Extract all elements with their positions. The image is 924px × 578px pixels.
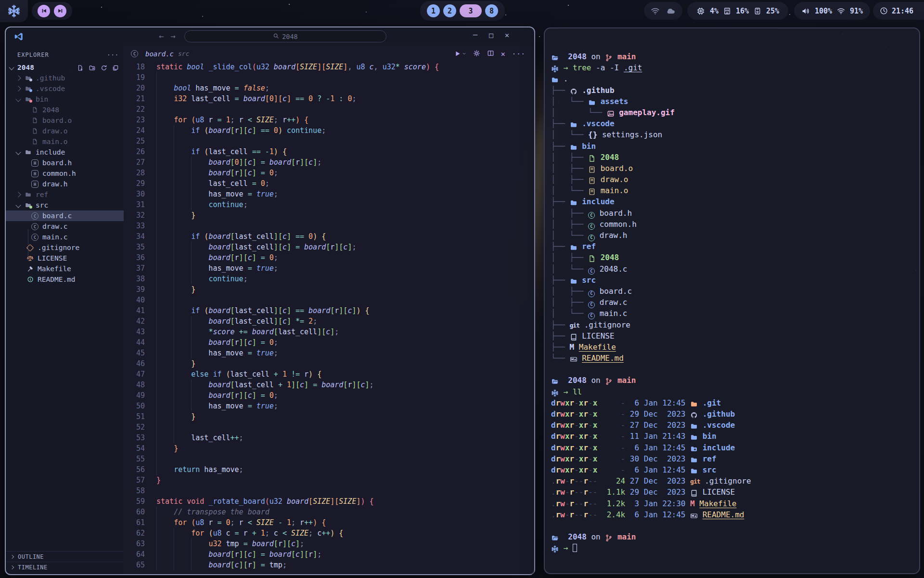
wifi-icon[interactable]	[837, 7, 845, 15]
file-tree-item-bin[interactable]: bin	[6, 94, 124, 105]
vscode-titlebar: ← → 2048 ─ □ ✕	[6, 27, 534, 46]
nav-forward-button[interactable]: →	[170, 31, 175, 41]
terminal-line-35: drwxr-xr-x - 6 Jan 12:45 include	[551, 442, 913, 453]
nav-back-button[interactable]: ←	[159, 31, 164, 41]
file-tree-item-ref[interactable]: ref	[6, 189, 124, 200]
code-line-39: 39 }	[124, 284, 534, 295]
terminal-line-24: ├── git .gitignore	[551, 319, 913, 330]
file-tree-item-draw.o[interactable]: draw.o	[6, 126, 124, 136]
terminal-window[interactable]: 2048 on main → tree -a -I .git .├── .git…	[544, 27, 920, 574]
outline-panel[interactable]: OUTLINE	[6, 551, 124, 562]
collapse-folders-button[interactable]	[112, 64, 119, 71]
file-tree-item-main.o[interactable]: main.o	[6, 136, 124, 147]
refresh-explorer-button[interactable]	[101, 64, 107, 71]
file-tree-item-.vscode[interactable]: .vscode	[6, 83, 124, 94]
explorer-sidebar: EXPLORER ··· 2048 .github.vscodebin2048b…	[6, 46, 124, 574]
wifi-strength: 91%	[850, 7, 863, 15]
file-tree-item-draw.c[interactable]: Cdraw.c	[6, 221, 124, 232]
workspace-button-8[interactable]: 8	[485, 4, 498, 17]
terminal-line-17: ├── ref	[551, 241, 913, 252]
media-previous-button[interactable]	[38, 5, 50, 17]
close-button[interactable]: ✕	[505, 31, 509, 39]
split-editor-button[interactable]	[487, 50, 494, 58]
file-tree-item-Makefile[interactable]: Makefile	[6, 263, 124, 274]
code-line-19: 19	[124, 72, 534, 83]
workspace-button-1[interactable]: 1	[427, 4, 440, 17]
media-controls	[32, 2, 72, 20]
clock-icon	[880, 7, 888, 15]
file-tree-item-board.c[interactable]: Cboard.c	[6, 210, 124, 221]
nixos-logo-icon[interactable]	[0, 0, 28, 22]
code-line-26: 26 if (last_cell == -1) {	[124, 146, 534, 157]
code-editor[interactable]: 18static bool _slide_col(u32 board[SIZE]…	[124, 62, 534, 574]
terminal-line-43: 2048 on main	[551, 531, 913, 542]
code-line-28: 28 board[r][c] = 0;	[124, 168, 534, 178]
disk-icon	[754, 7, 761, 15]
explorer-more-button[interactable]: ···	[107, 52, 119, 58]
code-line-27: 27 board[0][c] = board[r][c];	[124, 157, 534, 168]
terminal-line-12: │ └── main.o	[551, 185, 913, 196]
file-tree-item-src[interactable]: src	[6, 200, 124, 210]
settings-gear-icon[interactable]	[473, 50, 480, 58]
system-tray	[644, 2, 682, 20]
editor-more-actions[interactable]: ···	[512, 50, 526, 58]
terminal-line-1: → tree -a -I .git	[551, 62, 913, 73]
code-line-40: 40	[124, 295, 534, 305]
code-line-45: 45 has_move = true;	[124, 348, 534, 358]
code-line-32: 32 }	[124, 210, 534, 221]
network-tray-icon[interactable]	[651, 6, 660, 15]
command-center-search[interactable]: 2048	[184, 30, 386, 42]
file-tree-item-.github[interactable]: .github	[6, 73, 124, 83]
code-line-57: 57}	[124, 475, 534, 486]
terminal-line-3: ├── .github	[551, 85, 913, 96]
maximize-button[interactable]: □	[489, 31, 493, 39]
file-tree-item-.gitignore[interactable]: .gitignore	[6, 242, 124, 253]
editor-tab[interactable]: C board.c src ✕ ···	[124, 46, 534, 62]
vscode-logo-icon	[13, 31, 24, 44]
timeline-panel[interactable]: TIMELINE	[6, 562, 124, 572]
terminal-line-20: ├── src	[551, 275, 913, 286]
cpu-icon	[696, 7, 705, 15]
terminal-line-30: → ll	[551, 386, 913, 397]
workspace-button-2[interactable]: 2	[443, 4, 456, 17]
file-tree-item-LICENSE[interactable]: LICENSE	[6, 253, 124, 263]
code-line-37: 37 has_move = true;	[124, 263, 534, 274]
workspace-button-3[interactable]: 3	[460, 4, 482, 17]
speaker-icon[interactable]	[801, 7, 810, 15]
cloud-tray-icon[interactable]	[666, 6, 676, 16]
run-file-button[interactable]	[454, 50, 466, 57]
minimize-button[interactable]: ─	[473, 31, 477, 39]
terminal-line-7: │ └── {} settings.json	[551, 129, 913, 140]
code-line-56: 56 return has_move;	[124, 464, 534, 475]
new-file-button[interactable]	[77, 64, 84, 71]
terminal-line-10: │ ├── board.o	[551, 163, 913, 174]
code-line-64: 64 board[r][c] = board[c][r];	[124, 549, 534, 560]
file-tree-item-common.h[interactable]: Hcommon.h	[6, 168, 124, 179]
volume-level: 100%	[815, 7, 832, 15]
file-tree-item-board.h[interactable]: Hboard.h	[6, 158, 124, 168]
file-tree-item-main.c[interactable]: Cmain.c	[6, 232, 124, 242]
disk-usage: 25%	[766, 7, 779, 15]
code-line-61: 61 for (u8 r = 0; r < SIZE - 1; r++) {	[124, 517, 534, 528]
code-line-38: 38 continue;	[124, 274, 534, 284]
code-line-62: 62 for (u8 c = r + 1; c < SIZE; c++) {	[124, 528, 534, 539]
close-editor-button[interactable]: ✕	[501, 50, 505, 58]
file-tree-item-include[interactable]: include	[6, 147, 124, 158]
terminal-line-38: .rw-r--r-- 24 27 Dec 2023 git .gitignore	[551, 475, 913, 486]
terminal-line-41: .rw-r--r-- 2.4k 6 Jan 12:45 README.md	[551, 509, 913, 520]
terminal-line-31: drwxr-xr-x - 6 Jan 12:45 .git	[551, 397, 913, 408]
terminal-line-34: drwxr-xr-x - 11 Jan 21:43 bin	[551, 431, 913, 442]
terminal-line-9: │ ├── 2048	[551, 152, 913, 163]
media-next-button[interactable]	[54, 5, 66, 17]
vscode-window: ← → 2048 ─ □ ✕ EXPLORER ··· 2048 .github…	[5, 26, 535, 575]
terminal-line-42	[551, 520, 913, 531]
file-tree-item-2048[interactable]: 2048	[6, 105, 124, 115]
file-tree-item-draw.h[interactable]: Hdraw.h	[6, 179, 124, 189]
terminal-line-25: ├── LICENSE	[551, 330, 913, 342]
code-line-30: 30 has_move = true;	[124, 189, 534, 199]
terminal-line-2: .	[551, 73, 913, 84]
new-folder-button[interactable]	[89, 64, 96, 71]
tree-root-2048[interactable]: 2048	[6, 62, 124, 73]
file-tree-item-README.md[interactable]: README.md	[6, 274, 124, 285]
file-tree-item-board.o[interactable]: board.o	[6, 115, 124, 126]
